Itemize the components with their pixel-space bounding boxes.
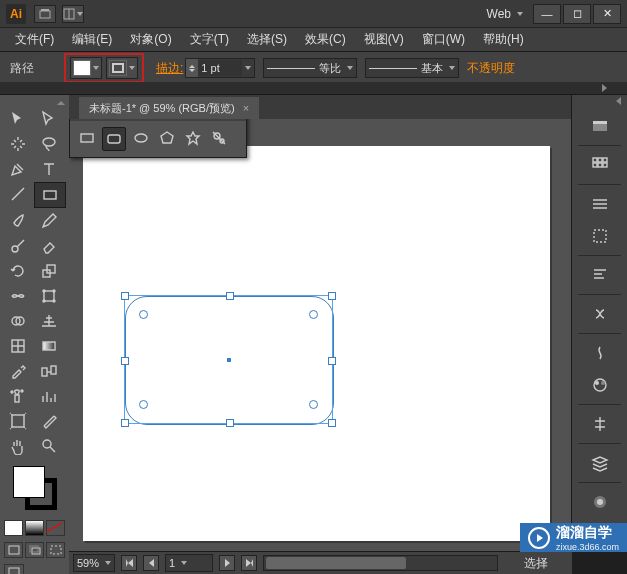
dock-expand-icon[interactable] [616, 97, 621, 105]
free-transform-tool[interactable] [34, 284, 64, 308]
menu-object[interactable]: 对象(O) [121, 31, 180, 48]
menu-help[interactable]: 帮助(H) [474, 31, 533, 48]
line-tool[interactable] [3, 182, 33, 206]
none-mode-button[interactable] [46, 520, 65, 536]
column-graph-tool[interactable] [34, 384, 64, 408]
artboard-combo[interactable]: 1 [165, 554, 213, 572]
selection-tool[interactable] [3, 107, 33, 131]
stroke-panel-icon[interactable] [585, 191, 615, 217]
rotate-tool[interactable] [3, 259, 33, 283]
shape-builder-tool[interactable] [3, 309, 33, 333]
stroke-label[interactable]: 描边: [156, 60, 183, 77]
bridge-button[interactable] [34, 5, 56, 23]
direct-selection-tool[interactable] [34, 107, 64, 131]
menu-select[interactable]: 选择(S) [238, 31, 296, 48]
shape-flare-tool[interactable] [208, 127, 230, 149]
shape-star-tool[interactable] [182, 127, 204, 149]
horizontal-scrollbar[interactable] [263, 555, 498, 571]
hand-tool[interactable] [3, 434, 33, 458]
rectangle-tool[interactable] [34, 182, 66, 208]
handle-t-icon[interactable] [226, 292, 234, 300]
panel-close-icon[interactable]: × [236, 119, 242, 120]
color-guide-panel-icon[interactable] [585, 372, 615, 398]
draw-normal-button[interactable] [4, 542, 23, 558]
menu-window[interactable]: 窗口(W) [413, 31, 474, 48]
paintbrush-tool[interactable] [3, 209, 33, 233]
gradient-tool[interactable] [34, 334, 64, 358]
menu-effect[interactable]: 效果(C) [296, 31, 355, 48]
shape-polygon-tool[interactable] [156, 127, 178, 149]
scale-tool[interactable] [34, 259, 64, 283]
handle-l-icon[interactable] [121, 357, 129, 365]
color-panel-icon[interactable] [585, 113, 615, 139]
minimize-button[interactable]: — [533, 4, 561, 24]
workspace-label[interactable]: Web [487, 7, 511, 21]
first-artboard-button[interactable] [121, 555, 137, 571]
corner-widget-icon[interactable] [309, 310, 318, 319]
handle-r-icon[interactable] [328, 357, 336, 365]
shape-ellipse-tool[interactable] [130, 127, 152, 149]
zoom-combo[interactable]: 59% [73, 554, 115, 572]
next-artboard-button[interactable] [219, 555, 235, 571]
color-mode-button[interactable] [4, 520, 23, 536]
profile-combo[interactable]: 等比 [263, 58, 357, 78]
draw-inside-button[interactable] [46, 542, 65, 558]
zoom-tool[interactable] [34, 434, 64, 458]
menu-view[interactable]: 视图(V) [355, 31, 413, 48]
brushes-panel-icon[interactable] [585, 340, 615, 366]
swatches-panel-icon[interactable] [585, 152, 615, 178]
shape-rect-tool[interactable] [76, 127, 98, 149]
menu-edit[interactable]: 编辑(E) [63, 31, 121, 48]
corner-widget-icon[interactable] [139, 400, 148, 409]
css-panel-icon[interactable] [585, 262, 615, 288]
handle-br-icon[interactable] [328, 419, 336, 427]
fill-stroke-control[interactable] [0, 466, 69, 510]
brush-combo[interactable]: 基本 [365, 58, 459, 78]
symbol-sprayer-tool[interactable] [3, 384, 33, 408]
menu-type[interactable]: 文字(T) [181, 31, 238, 48]
slice-tool[interactable] [34, 409, 64, 433]
transform-panel-icon[interactable] [585, 223, 615, 249]
last-artboard-button[interactable] [241, 555, 257, 571]
close-tab-icon[interactable]: × [243, 102, 249, 114]
eyedropper-tool[interactable] [3, 359, 33, 383]
canvas[interactable]: × [69, 119, 572, 552]
menu-file[interactable]: 文件(F) [6, 31, 63, 48]
opacity-label[interactable]: 不透明度 [467, 60, 515, 77]
pen-tool[interactable] [3, 157, 33, 181]
fill-swatch-button[interactable] [70, 57, 102, 79]
mesh-tool[interactable] [3, 334, 33, 358]
stroke-weight-spinner[interactable] [185, 58, 255, 78]
handle-tl-icon[interactable] [121, 292, 129, 300]
stroke-weight-input[interactable] [198, 60, 242, 76]
stroke-swatch-button[interactable] [106, 57, 138, 79]
eraser-tool[interactable] [34, 234, 64, 258]
layers-panel-icon[interactable] [585, 450, 615, 476]
close-button[interactable]: ✕ [593, 4, 621, 24]
corner-widget-icon[interactable] [309, 400, 318, 409]
align-panel-icon[interactable] [585, 411, 615, 437]
artboard-tool[interactable] [3, 409, 33, 433]
screen-mode-button[interactable] [4, 564, 24, 574]
appearance-panel-icon[interactable] [585, 489, 615, 515]
arrange-docs-button[interactable] [62, 5, 84, 23]
shape-rounded-rect-tool[interactable] [102, 127, 126, 151]
pencil-tool[interactable] [34, 209, 64, 233]
blob-brush-tool[interactable] [3, 234, 33, 258]
prev-artboard-button[interactable] [143, 555, 159, 571]
blend-tool[interactable] [34, 359, 64, 383]
type-tool[interactable] [34, 157, 64, 181]
document-tab[interactable]: 未标题-1* @ 59% (RGB/预览) × [79, 97, 259, 119]
gradient-mode-button[interactable] [25, 520, 44, 536]
handle-tr-icon[interactable] [328, 292, 336, 300]
magic-wand-tool[interactable] [3, 132, 33, 156]
draw-behind-button[interactable] [25, 542, 44, 558]
selected-shape[interactable] [125, 296, 332, 423]
symbols-panel-icon[interactable] [585, 301, 615, 327]
corner-widget-icon[interactable] [139, 310, 148, 319]
maximize-button[interactable]: ◻ [563, 4, 591, 24]
fill-color-icon[interactable] [13, 466, 45, 498]
handle-b-icon[interactable] [226, 419, 234, 427]
width-tool[interactable] [3, 284, 33, 308]
perspective-grid-tool[interactable] [34, 309, 64, 333]
